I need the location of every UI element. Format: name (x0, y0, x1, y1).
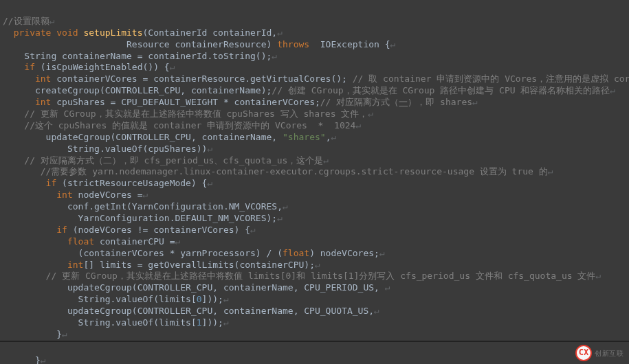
eol: ↵ (143, 190, 148, 200)
eol: ↵ (272, 51, 277, 61)
keyword-if: if (3, 178, 56, 188)
comment: // 创建 CGroup，其实就是在 CGroup 路径中创建与 CPU 和容器… (272, 85, 610, 95)
condition: (nodeVCores != containerVCores) { (73, 225, 250, 235)
keyword-int: int (3, 260, 83, 270)
eol: ↵ (207, 178, 212, 188)
eol: ↵ (374, 306, 379, 316)
logo-icon: CX (575, 345, 592, 361)
eol: ↵ (207, 144, 212, 154)
logo-text: 创新互联 (595, 349, 624, 358)
call: updateCgroup(CONTROLLER_CPU, containerNa… (3, 132, 277, 142)
eol: ↵ (62, 329, 67, 339)
comment: // 取 container 申请到资源中的 VCores，注意用的是虚拟 co… (353, 73, 629, 84)
code-line: conf.getInt(YarnConfiguration.NM_VCORES, (3, 201, 283, 212)
condition: (isCpuWeightEnabled()) { (41, 62, 170, 72)
eol: ↵ (368, 109, 373, 119)
eol: ↵ (315, 260, 320, 270)
eol: ↵ (595, 271, 601, 281)
var-decl: cpuShares = CPU_DEFAULT_WEIGHT * contain… (56, 97, 320, 107)
code-line: updateCgroup(CONTROLLER_CPU, containerNa… (3, 282, 385, 293)
var-decl: containerCPU = (100, 236, 175, 247)
code-line: String.valueOf(limits[ (3, 294, 197, 304)
var-decl: containerVCores = containerResource.getV… (56, 73, 347, 84)
keyword-if: if (3, 225, 67, 235)
param-list-cont: Resource containerResource) (3, 39, 272, 49)
eol: ↵ (548, 166, 553, 177)
code-line: updateCgroup(CONTROLLER_CPU, containerNa… (3, 306, 374, 316)
code-end: ])); (202, 294, 223, 304)
comment: //需要参数 yarn.nodemanager.linux-container-… (3, 166, 548, 177)
condition: (strictResourceUsageMode) { (62, 178, 207, 188)
keyword-float-cast: float (283, 248, 309, 258)
keyword-if: if (3, 62, 35, 72)
eol: ↵ (283, 201, 288, 212)
number-literal: 1 (197, 317, 202, 328)
keyword-float: float (3, 236, 94, 247)
eol: ↵ (49, 16, 55, 26)
eol: ↵ (170, 62, 175, 72)
expr-end: ) nodeVCores; (309, 248, 379, 258)
eol: ↵ (223, 294, 229, 304)
var-decl: nodeVCores = (78, 190, 143, 200)
eol: ↵ (331, 132, 336, 142)
code-editor-bottom[interactable]: }↵ }↵ }↵ (0, 342, 629, 364)
eol: ↵ (175, 236, 180, 247)
eol: ↵ (355, 120, 361, 130)
keyword-int: int (3, 73, 51, 84)
watermark-logo: CX 创新互联 (575, 345, 624, 361)
comment: // 更新 CGroup，其实就是在上述路径中将数值 cpuShares 写入 … (3, 109, 368, 119)
keyword-private: private (3, 27, 51, 38)
keyword-void: void (56, 27, 78, 38)
expr: (containerVCores * yarnProcessors) / ( (3, 248, 283, 258)
eol: ↵ (385, 282, 390, 293)
comment: // 对应隔离方式（一），即 shares (320, 97, 472, 107)
keyword-int: int (3, 97, 51, 107)
eol: ↵ (379, 248, 385, 258)
comment: // 更新 CGroup，其实就是在上述路径中将数值 limits[0]和 li… (3, 271, 595, 281)
eol: ↵ (277, 213, 283, 223)
eol: ↵ (223, 317, 229, 328)
code-end: ])); (202, 317, 223, 328)
number-literal: 0 (197, 294, 202, 304)
param-list: (ContainerId containerId, (143, 27, 278, 38)
brace: } (3, 329, 62, 339)
eol: ↵ (610, 85, 615, 95)
method-name: setupLimits (83, 27, 142, 38)
eol: ↵ (472, 97, 478, 107)
code-line: YarnConfiguration.DEFAULT_NM_VCORES); (3, 213, 277, 223)
eol: ↵ (41, 355, 46, 364)
brace: } (3, 355, 41, 364)
eol: ↵ (390, 39, 396, 49)
keyword-int: int (3, 190, 73, 200)
comment: // 对应隔离方式（二），即 cfs_period_us、cfs_quota_u… (3, 155, 323, 166)
code-line: createCgroup(CONTROLLER_CPU, containerNa… (3, 85, 272, 95)
keyword-throws: throws (277, 39, 309, 49)
comment: //这个 cpuShares 的值就是 container 申请到资源中的 VC… (3, 120, 355, 130)
eol: ↵ (250, 225, 256, 235)
array-decl: [] limits = getOverallLimits(containerCP… (83, 260, 315, 270)
eol: ↵ (277, 27, 283, 38)
code-editor-top[interactable]: //设置限额↵ private void setupLimits(Contain… (0, 0, 629, 341)
eol: ↵ (323, 155, 329, 166)
comment: //设置限额 (3, 16, 49, 26)
code-line: String containerName = containerId.toStr… (3, 51, 272, 61)
string-literal: "shares" (283, 132, 326, 142)
code-line: String.valueOf(limits[ (3, 317, 197, 328)
exception: IOException { (320, 39, 390, 49)
code-line: String.valueOf(cpuShares)) (3, 144, 207, 154)
